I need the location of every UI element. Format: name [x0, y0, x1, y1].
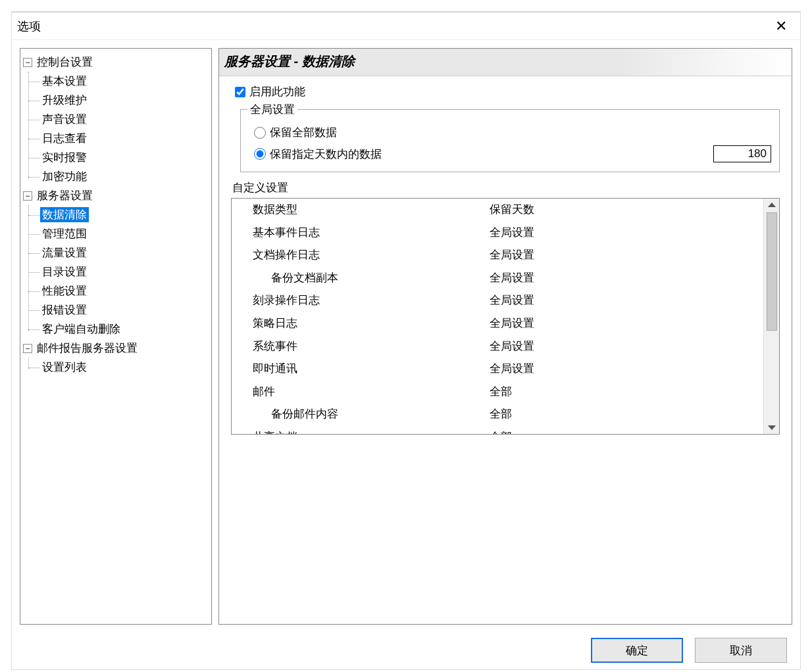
list-item[interactable]: 基本事件日志全局设置 [232, 222, 763, 245]
panel-title: 服务器设置 - 数据清除 [219, 49, 792, 76]
dialog-footer: 确定 取消 [591, 638, 787, 663]
tree-node-console-settings[interactable]: − 控制台设置 [23, 53, 210, 72]
tree-node-log-view[interactable]: 日志查看 [40, 129, 210, 148]
tree-node-basic-settings[interactable]: 基本设置 [40, 72, 210, 91]
tree-node-server-settings[interactable]: − 服务器设置 [23, 186, 210, 205]
global-group-legend: 全局设置 [247, 102, 297, 117]
radio-keep-all[interactable]: 保留全部数据 [247, 122, 773, 143]
scrollbar[interactable] [763, 199, 779, 434]
tree-node-upgrade[interactable]: 升级维护 [40, 91, 210, 110]
scroll-track[interactable] [767, 211, 777, 421]
tree-label: 性能设置 [40, 283, 89, 299]
options-dialog: 选项 ✕ − 控制台设置 基本设置 升级维护 声音设置 [12, 12, 800, 669]
tree-label: 流量设置 [40, 245, 89, 260]
scroll-down-icon[interactable] [768, 425, 776, 430]
tree-label: 管理范围 [40, 226, 89, 241]
settings-tree: − 控制台设置 基本设置 升级维护 声音设置 日志查看 实时报警 加密功能 [22, 53, 210, 377]
tree-node-performance[interactable]: 性能设置 [40, 281, 210, 300]
scroll-thumb[interactable] [767, 212, 777, 331]
tree-node-mail-report[interactable]: − 邮件报告服务器设置 [23, 339, 210, 358]
scroll-up-icon[interactable] [768, 203, 776, 207]
tree-label: 控制台设置 [35, 55, 95, 70]
collapse-icon[interactable]: − [23, 344, 32, 353]
tree-label: 升级维护 [40, 93, 89, 108]
panel-body: 启用此功能 全局设置 保留全部数据 保留指定天数内的数据 [219, 76, 792, 440]
enable-feature-label: 启用此功能 [249, 84, 305, 99]
cancel-button[interactable]: 取消 [695, 638, 787, 663]
list-item[interactable]: 即时通讯全局设置 [232, 358, 763, 381]
tree-node-settings-list[interactable]: 设置列表 [40, 358, 210, 377]
list-item[interactable]: 备份邮件内容全部 [232, 403, 763, 426]
tree-label: 报错设置 [40, 302, 89, 318]
dialog-title: 选项 [17, 18, 41, 34]
tree-label: 客户端自动删除 [40, 322, 122, 337]
tree-label: 实时报警 [40, 150, 89, 165]
tree-label: 日志查看 [40, 131, 89, 146]
tree-node-manage-scope[interactable]: 管理范围 [40, 224, 210, 243]
settings-tree-panel: − 控制台设置 基本设置 升级维护 声音设置 日志查看 实时报警 加密功能 [20, 48, 212, 625]
tree-node-sound[interactable]: 声音设置 [40, 110, 210, 129]
global-settings-group: 全局设置 保留全部数据 保留指定天数内的数据 [240, 102, 780, 172]
data-type-list: 数据类型 保留天数 基本事件日志全局设置 文档操作日志全局设置 备份文档副本全局… [231, 198, 780, 435]
tree-node-client-autodelete[interactable]: 客户端自动删除 [40, 320, 210, 339]
custom-settings-label: 自定义设置 [232, 180, 780, 195]
radio-keep-all-input[interactable] [254, 127, 266, 139]
radio-keep-days-label: 保留指定天数内的数据 [270, 147, 382, 162]
list-item[interactable]: 共享文档全部 [232, 426, 763, 434]
tree-label: 目录设置 [40, 264, 89, 279]
list-item[interactable]: 邮件全部 [232, 381, 763, 404]
list-item[interactable]: 系统事件全局设置 [232, 335, 763, 358]
list-header: 数据类型 保留天数 [232, 199, 763, 222]
titlebar: 选项 ✕ [12, 12, 800, 40]
tree-node-encryption[interactable]: 加密功能 [40, 167, 210, 186]
list-content[interactable]: 数据类型 保留天数 基本事件日志全局设置 文档操作日志全局设置 备份文档副本全局… [232, 199, 763, 434]
settings-detail-panel: 服务器设置 - 数据清除 启用此功能 全局设置 保留全部数据 保留 [218, 48, 792, 625]
radio-keep-all-label: 保留全部数据 [270, 125, 337, 140]
tree-label: 设置列表 [40, 360, 89, 375]
tree-node-data-clear[interactable]: 数据清除 [40, 205, 210, 224]
list-item[interactable]: 文档操作日志全局设置 [232, 244, 763, 267]
enable-feature-checkbox[interactable]: 启用此功能 [231, 84, 780, 99]
col-header-days: 保留天数 [490, 200, 763, 220]
tree-label: 加密功能 [40, 169, 89, 184]
ok-button[interactable]: 确定 [591, 638, 683, 663]
dialog-content: − 控制台设置 基本设置 升级维护 声音设置 日志查看 实时报警 加密功能 [12, 40, 800, 630]
collapse-icon[interactable]: − [23, 191, 32, 201]
tree-label: 声音设置 [40, 112, 89, 127]
tree-label: 基本设置 [40, 74, 89, 89]
days-input[interactable] [713, 145, 771, 162]
tree-node-directory[interactable]: 目录设置 [40, 262, 210, 281]
tree-node-error[interactable]: 报错设置 [40, 300, 210, 320]
col-header-type: 数据类型 [253, 200, 490, 220]
tree-label: 数据清除 [40, 207, 89, 222]
close-icon[interactable]: ✕ [770, 15, 792, 37]
enable-feature-input[interactable] [235, 87, 245, 97]
list-item[interactable]: 备份文档副本全局设置 [232, 267, 763, 290]
tree-label: 服务器设置 [35, 188, 95, 203]
collapse-icon[interactable]: − [23, 58, 32, 67]
radio-keep-days[interactable]: 保留指定天数内的数据 [254, 147, 382, 162]
tree-label: 邮件报告服务器设置 [35, 341, 140, 356]
radio-keep-days-input[interactable] [254, 148, 266, 160]
tree-node-realtime-alarm[interactable]: 实时报警 [40, 148, 210, 167]
list-item[interactable]: 刻录操作日志全局设置 [232, 289, 763, 312]
list-item[interactable]: 策略日志全局设置 [232, 312, 763, 335]
tree-node-traffic[interactable]: 流量设置 [40, 243, 210, 262]
